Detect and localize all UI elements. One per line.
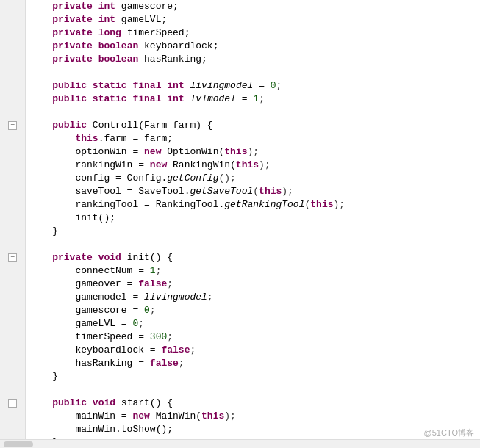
syntax-token-italic-id: getSaveTool [190,185,253,198]
syntax-token-kw-type: int [98,13,115,26]
code-line [26,383,480,397]
code-line: gameLVL = 0; [26,317,480,330]
gutter-item [0,172,25,185]
syntax-token [29,26,52,40]
code-line: init(); [26,212,480,225]
gutter-item [0,185,25,198]
gutter-item[interactable]: − [0,397,25,410]
syntax-token-kw-this: this [310,198,333,212]
syntax-token-identifier: OptionWin( [161,145,224,159]
gutter-item [0,291,25,304]
syntax-token-identifier: connectNum = [29,264,150,278]
syntax-token-kw-modifier: static [93,79,127,93]
syntax-token: ; [167,278,173,291]
syntax-token [93,26,98,40]
code-line: this.farm = farm; [26,132,480,145]
syntax-token [29,53,52,66]
gutter-item [0,0,25,13]
watermark: @51CTO博客 [422,427,476,439]
collapse-button[interactable]: − [8,399,17,408]
syntax-token-identifier: gamescore = [29,304,144,317]
syntax-token [29,397,52,410]
syntax-token: ( [253,185,259,198]
syntax-token [93,40,98,53]
syntax-token: ; [190,344,196,357]
syntax-token-italic-id: getRankingTool [224,198,304,212]
syntax-token-kw-modifier: private [52,53,93,66]
syntax-token [161,93,167,106]
code-line: public void start() { [26,397,480,410]
gutter-item[interactable]: − [0,119,25,132]
code-line: config = Config.getConfig(); [26,172,480,185]
syntax-token [185,79,190,93]
gutter-item [0,238,25,251]
syntax-token: ; [167,330,173,344]
gutter-item [0,79,25,93]
code-line: } [26,436,480,439]
syntax-token-kw-this: this [224,145,247,159]
syntax-token-kw-modifier: private [52,26,93,40]
gutter-item [0,106,25,119]
syntax-token-italic-id: getConfig [167,172,218,185]
syntax-token-identifier: MainWin( [150,410,201,423]
syntax-token-kw-type: boolean [98,40,139,53]
syntax-token-kw-modifier: private [52,13,93,26]
gutter-item [0,410,25,423]
syntax-token-kw-type: int [167,93,184,106]
syntax-token: ); [224,410,236,423]
syntax-token-kw-true-false: false [150,357,179,370]
gutter-item [0,145,25,159]
syntax-token-kw-type: void [93,397,115,410]
syntax-token-identifier: } [29,370,58,383]
syntax-token-identifier: gamescore; [115,0,179,13]
syntax-token-identifier: Controll(Farm farm) { [87,119,213,132]
syntax-token-italic-id: livingmodel [144,291,207,304]
code-line [26,106,480,119]
syntax-token [29,79,52,93]
syntax-token: ); [247,145,259,159]
syntax-token [185,93,190,106]
syntax-token-identifier: init(); [29,212,115,225]
syntax-token-kw-true-false: false [161,344,190,357]
syntax-token-identifier: saveTool = SaveTool. [29,185,190,198]
code-lines[interactable]: private int gamescore; private int gameL… [26,0,480,439]
horizontal-scrollbar[interactable] [0,439,480,448]
syntax-token [29,0,52,13]
syntax-token-identifier: RankingWin( [167,159,236,172]
syntax-token: ); [282,185,293,198]
syntax-token-identifier: mainWin.toShow(); [29,423,173,436]
syntax-token-italic-id: lvlmodel [190,93,236,106]
syntax-token: ); [259,159,271,172]
syntax-token [29,40,52,53]
syntax-token-identifier: timerSpeed; [121,26,190,40]
syntax-token: (); [218,172,235,185]
syntax-token-identifier: gameover = [29,278,138,291]
gutter-item[interactable]: − [0,251,25,264]
gutter-item [0,304,25,317]
syntax-token-kw-modifier: public [52,119,87,132]
code-line: rankingTool = RankingTool.getRankingTool… [26,198,480,212]
syntax-token-identifier: hasRanking; [138,53,207,66]
code-line: public static final int livingmodel = 0; [26,79,480,93]
collapse-button[interactable]: − [8,253,17,262]
code-line: } [26,370,480,383]
syntax-token-kw-this: this [75,132,98,145]
code-line: optionWin = new OptionWin(this); [26,145,480,159]
syntax-token-number: 0 [271,79,276,93]
syntax-token-operator: = [236,93,253,106]
code-line: private long timerSpeed; [26,26,480,40]
syntax-token-kw-this: this [259,185,282,198]
syntax-token: ; [207,291,213,304]
gutter: −−−− [0,0,26,439]
syntax-token-operator: = [253,79,270,93]
scrollbar-thumb[interactable] [4,441,33,447]
syntax-token-identifier: gameLVL; [115,13,167,26]
code-line: saveTool = SaveTool.getSaveTool(this); [26,185,480,198]
code-line: connectNum = 1; [26,264,480,278]
syntax-token: ; [150,304,156,317]
syntax-token-identifier: gamemodel = [29,291,144,304]
syntax-token-kw-this: this [201,410,224,423]
syntax-token-identifier: rankingTool = RankingTool. [29,198,224,212]
syntax-token-identifier: config = Config. [29,172,167,185]
collapse-button[interactable]: − [8,121,17,130]
